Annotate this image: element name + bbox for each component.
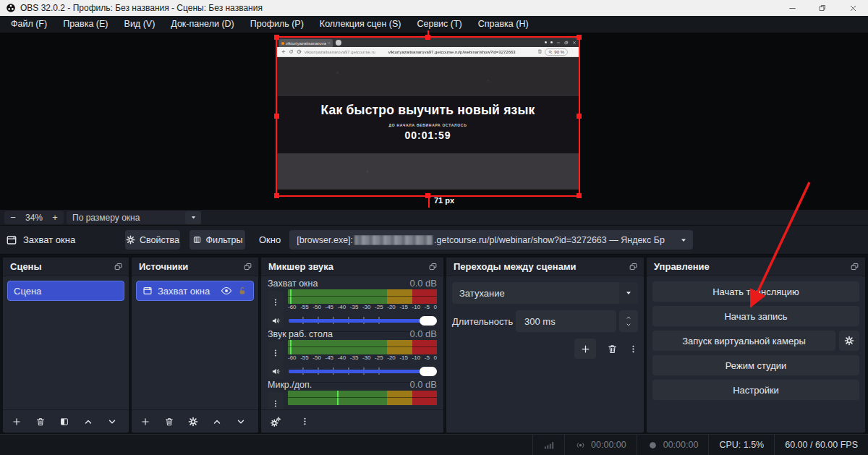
channel-level: 0.0 dB bbox=[409, 278, 437, 289]
unlock-icon[interactable] bbox=[237, 286, 247, 296]
popout-icon[interactable] bbox=[243, 262, 252, 271]
properties-button[interactable]: Свойства bbox=[125, 230, 180, 250]
channel-menu-button[interactable] bbox=[268, 392, 284, 409]
virtual-camera-settings-button[interactable] bbox=[839, 331, 859, 351]
url-domain: viktoriyazaitsanarova97.getcourse.ru bbox=[305, 50, 375, 54]
captured-window-source[interactable]: viktoriyazaitsanarova97.g viktoriyazaits… bbox=[277, 38, 579, 195]
resize-handle-top-center[interactable] bbox=[425, 35, 430, 40]
menu-docks[interactable]: Док-панели (D) bbox=[163, 16, 242, 33]
transition-select[interactable]: Затухание bbox=[452, 282, 638, 304]
mixer-channel: Захват окна 0.0 dB -60-55-50-45-40-35-30… bbox=[268, 276, 437, 327]
menu-file[interactable]: Файл (F) bbox=[3, 16, 55, 33]
duration-input[interactable]: 300 ms bbox=[516, 310, 616, 332]
popout-icon[interactable] bbox=[114, 262, 123, 271]
mute-button[interactable] bbox=[268, 364, 284, 379]
resize-handle-top-right[interactable] bbox=[576, 35, 582, 40]
meter-scale: -60-55-50-45-40-35-30-25-20-15-10-50 bbox=[288, 304, 437, 312]
kebab-dots-icon bbox=[271, 349, 280, 357]
extension-icon bbox=[550, 41, 553, 43]
resize-handle-mid-right[interactable] bbox=[576, 114, 582, 119]
spin-up-icon[interactable] bbox=[625, 315, 632, 320]
menu-view[interactable]: Вид (V) bbox=[116, 16, 163, 33]
scenes-dock: Сцены Сцена bbox=[3, 258, 129, 433]
visibility-eye-icon[interactable] bbox=[221, 285, 232, 297]
resize-handle-top-left[interactable] bbox=[274, 35, 279, 40]
scene-filters-button[interactable] bbox=[59, 417, 69, 427]
channel-name: Звук раб. стола bbox=[268, 329, 409, 339]
popout-icon[interactable] bbox=[428, 262, 438, 271]
settings-button[interactable]: Настройки bbox=[652, 380, 859, 400]
channel-name: Микр./доп. bbox=[268, 380, 409, 390]
record-timer: 00:00:00 bbox=[637, 435, 709, 455]
duration-stepper[interactable] bbox=[619, 310, 638, 332]
menu-help[interactable]: Справка (H) bbox=[470, 16, 537, 33]
zoom-out-button[interactable]: − bbox=[4, 212, 22, 223]
window-title: OBS 32.0.2 - Профиль: Без названия - Сце… bbox=[20, 3, 263, 13]
window-value-prefix: [browser.exe]: bbox=[297, 235, 353, 245]
popout-icon[interactable] bbox=[629, 262, 638, 271]
remove-transition-button[interactable] bbox=[607, 344, 618, 354]
close-button[interactable] bbox=[838, 0, 868, 16]
advanced-audio-button[interactable] bbox=[270, 416, 281, 428]
menu-scene-collection[interactable]: Коллекция сцен (S) bbox=[312, 16, 409, 33]
start-recording-button[interactable]: Начать запись bbox=[652, 306, 859, 326]
minimize-button[interactable] bbox=[777, 0, 807, 16]
bookmark-icon bbox=[537, 49, 542, 54]
add-source-button[interactable] bbox=[140, 417, 150, 427]
browser-close-icon bbox=[572, 41, 576, 45]
move-scene-down-button[interactable] bbox=[107, 417, 117, 427]
slider-handle[interactable] bbox=[420, 367, 437, 376]
add-scene-button[interactable] bbox=[12, 417, 22, 427]
spin-down-icon[interactable] bbox=[625, 322, 632, 328]
transitions-dock: Переходы между сценами Затухание Длитель… bbox=[446, 258, 644, 433]
title-bar: OBS 32.0.2 - Профиль: Без названия - Сце… bbox=[0, 0, 868, 16]
restore-button[interactable] bbox=[807, 0, 838, 16]
add-transition-button[interactable] bbox=[574, 339, 596, 359]
transition-menu-button[interactable] bbox=[629, 344, 638, 354]
gear-icon bbox=[126, 235, 135, 244]
source-properties-button[interactable] bbox=[188, 417, 198, 427]
mixer-menu-button[interactable] bbox=[300, 417, 310, 426]
resize-handle-bottom-right[interactable] bbox=[576, 193, 582, 198]
webinar-countdown: 00:01:59 bbox=[277, 129, 579, 141]
menu-profile[interactable]: Профиль (P) bbox=[242, 16, 312, 33]
volume-slider[interactable] bbox=[289, 364, 437, 378]
window-select[interactable]: [browser.exe]: .getcourse.ru/pl/webinar/… bbox=[289, 230, 693, 250]
back-icon bbox=[281, 49, 286, 54]
slider-handle[interactable] bbox=[420, 316, 437, 326]
extension-icon bbox=[545, 41, 547, 43]
menu-edit[interactable]: Правка (E) bbox=[55, 16, 116, 33]
resize-handle-bottom-left[interactable] bbox=[274, 193, 279, 198]
page-zoom-badge: 90 % bbox=[545, 48, 568, 56]
resize-handle-bottom-center[interactable] bbox=[425, 193, 430, 198]
fps-indicator: 60.00 / 60.00 FPS bbox=[774, 435, 868, 455]
controls-dock: Управление Начать трансляцию Начать запи… bbox=[647, 258, 865, 433]
menu-tools[interactable]: Сервис (T) bbox=[409, 16, 469, 33]
transition-value: Затухание bbox=[452, 288, 619, 299]
remove-scene-button[interactable] bbox=[35, 417, 46, 427]
source-item[interactable]: Захват окна bbox=[136, 281, 254, 301]
start-streaming-button[interactable]: Начать трансляцию bbox=[652, 281, 859, 302]
channel-menu-button[interactable] bbox=[268, 341, 284, 364]
fit-mode-select[interactable]: По размеру окна bbox=[67, 211, 201, 224]
studio-mode-button[interactable]: Режим студии bbox=[652, 355, 859, 375]
move-source-up-button[interactable] bbox=[212, 417, 222, 427]
filters-button[interactable]: Фильтры bbox=[190, 230, 245, 250]
volume-meter bbox=[288, 391, 437, 405]
sources-dock-title: Источники bbox=[139, 261, 243, 272]
channel-menu-button[interactable] bbox=[268, 291, 284, 313]
resize-handle-mid-left[interactable] bbox=[274, 114, 279, 119]
chevron-down-icon bbox=[624, 289, 633, 297]
browser-minimize-icon bbox=[556, 41, 561, 45]
volume-slider[interactable] bbox=[289, 313, 437, 328]
remove-source-button[interactable] bbox=[164, 417, 174, 427]
move-scene-up-button[interactable] bbox=[83, 417, 93, 427]
mute-button[interactable] bbox=[268, 313, 284, 328]
move-source-down-button[interactable] bbox=[236, 417, 246, 427]
zoom-in-button[interactable]: + bbox=[46, 212, 64, 223]
sources-dock: Источники Захват окна bbox=[132, 258, 258, 433]
scene-item[interactable]: Сцена bbox=[7, 281, 124, 301]
speaker-icon bbox=[271, 316, 281, 326]
start-virtual-camera-button[interactable]: Запуск виртуальной камеры bbox=[652, 331, 835, 351]
popout-icon[interactable] bbox=[850, 262, 859, 271]
